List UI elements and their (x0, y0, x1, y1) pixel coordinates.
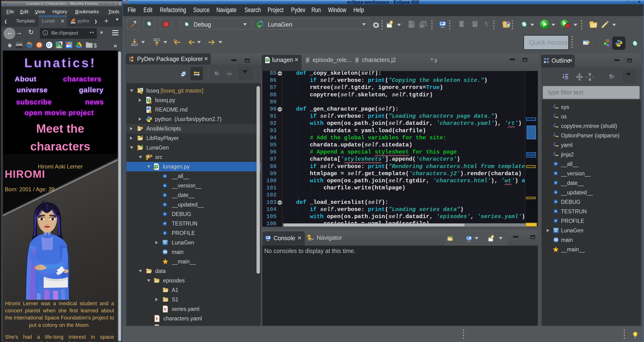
svg-text:Y: Y (164, 307, 166, 312)
svg-text:!: ! (155, 167, 155, 169)
svg-text:!: ! (138, 148, 139, 150)
svg-text:J: J (609, 39, 612, 44)
svg-text:*: * (141, 129, 142, 132)
svg-text:!: ! (147, 158, 148, 160)
svg-text:P: P (156, 165, 158, 169)
svg-text:¶: ¶ (484, 20, 488, 28)
svg-text:Y: Y (155, 316, 158, 321)
svg-text:P: P (262, 21, 263, 23)
svg-text:P: P (266, 59, 268, 62)
svg-text:P: P (141, 88, 142, 91)
